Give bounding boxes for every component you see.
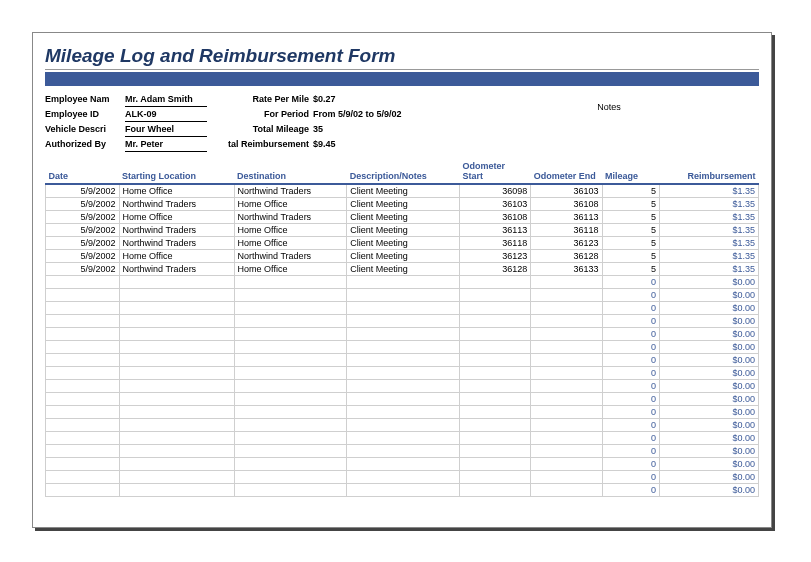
cell-odometer-end[interactable] [531,302,602,315]
cell-odometer-end[interactable] [531,328,602,341]
cell-dest[interactable] [234,289,347,302]
cell-date[interactable] [46,458,120,471]
col-header-dest[interactable]: Destination [234,158,347,184]
cell-date[interactable]: 5/9/2002 [46,198,120,211]
cell-dest[interactable] [234,328,347,341]
cell-dest[interactable]: Northwind Traders [234,211,347,224]
cell-date[interactable] [46,276,120,289]
col-header-mileage[interactable]: Mileage [602,158,660,184]
value-rate[interactable]: $0.27 [313,92,459,107]
cell-start[interactable] [119,367,234,380]
cell-desc[interactable] [347,341,460,354]
cell-dest[interactable] [234,484,347,497]
cell-odometer-end[interactable] [531,484,602,497]
cell-odometer-end[interactable]: 36123 [531,237,602,250]
cell-odometer-end[interactable] [531,276,602,289]
cell-start[interactable] [119,328,234,341]
cell-desc[interactable] [347,328,460,341]
cell-start[interactable] [119,484,234,497]
cell-odometer-end[interactable] [531,367,602,380]
cell-start[interactable] [119,419,234,432]
cell-desc[interactable] [347,406,460,419]
cell-dest[interactable]: Northwind Traders [234,250,347,263]
cell-date[interactable] [46,419,120,432]
cell-dest[interactable] [234,432,347,445]
cell-start[interactable]: Northwind Traders [119,237,234,250]
value-employee-id[interactable]: ALK-09 [125,107,207,122]
cell-odometer-start[interactable]: 36118 [459,237,530,250]
cell-start[interactable]: Northwind Traders [119,263,234,276]
cell-start[interactable]: Home Office [119,250,234,263]
cell-date[interactable] [46,328,120,341]
cell-start[interactable]: Home Office [119,184,234,198]
cell-dest[interactable] [234,419,347,432]
cell-start[interactable] [119,276,234,289]
cell-odometer-start[interactable] [459,484,530,497]
cell-odometer-start[interactable] [459,367,530,380]
cell-start[interactable] [119,289,234,302]
cell-start[interactable] [119,406,234,419]
cell-odometer-start[interactable]: 36128 [459,263,530,276]
cell-date[interactable] [46,406,120,419]
cell-desc[interactable] [347,315,460,328]
cell-odometer-end[interactable] [531,432,602,445]
cell-desc[interactable] [347,432,460,445]
cell-desc[interactable] [347,471,460,484]
cell-odometer-end[interactable] [531,289,602,302]
cell-dest[interactable] [234,302,347,315]
cell-odometer-start[interactable] [459,341,530,354]
value-employee-name[interactable]: Mr. Adam Smith [125,92,207,107]
cell-odometer-start[interactable] [459,458,530,471]
cell-odometer-start[interactable] [459,289,530,302]
cell-dest[interactable] [234,471,347,484]
cell-dest[interactable] [234,406,347,419]
cell-odometer-end[interactable] [531,380,602,393]
cell-desc[interactable] [347,419,460,432]
cell-odometer-start[interactable] [459,302,530,315]
cell-odometer-start[interactable] [459,406,530,419]
cell-date[interactable]: 5/9/2002 [46,211,120,224]
cell-desc[interactable] [347,458,460,471]
cell-start[interactable] [119,471,234,484]
cell-date[interactable] [46,341,120,354]
cell-desc[interactable] [347,380,460,393]
cell-desc[interactable]: Client Meeting [347,211,460,224]
cell-odometer-end[interactable]: 36113 [531,211,602,224]
cell-desc[interactable] [347,289,460,302]
cell-odometer-start[interactable] [459,445,530,458]
col-header-oend[interactable]: Odometer End [531,158,602,184]
cell-date[interactable] [46,432,120,445]
cell-date[interactable]: 5/9/2002 [46,263,120,276]
cell-odometer-start[interactable]: 36103 [459,198,530,211]
value-vehicle-desc[interactable]: Four Wheel [125,122,207,137]
cell-odometer-start[interactable] [459,393,530,406]
col-header-start[interactable]: Starting Location [119,158,234,184]
cell-desc[interactable] [347,445,460,458]
cell-start[interactable] [119,380,234,393]
cell-odometer-end[interactable] [531,445,602,458]
cell-dest[interactable] [234,341,347,354]
cell-odometer-start[interactable] [459,380,530,393]
cell-start[interactable] [119,445,234,458]
cell-odometer-end[interactable]: 36103 [531,184,602,198]
cell-dest[interactable] [234,367,347,380]
cell-desc[interactable] [347,354,460,367]
cell-date[interactable] [46,367,120,380]
cell-desc[interactable] [347,393,460,406]
cell-dest[interactable]: Northwind Traders [234,184,347,198]
cell-dest[interactable]: Home Office [234,263,347,276]
cell-odometer-start[interactable] [459,328,530,341]
cell-odometer-start[interactable]: 36108 [459,211,530,224]
col-header-date[interactable]: Date [46,158,120,184]
cell-odometer-start[interactable]: 36123 [459,250,530,263]
cell-desc[interactable]: Client Meeting [347,250,460,263]
cell-dest[interactable] [234,393,347,406]
cell-start[interactable] [119,315,234,328]
cell-odometer-end[interactable] [531,341,602,354]
cell-start[interactable] [119,302,234,315]
cell-odometer-end[interactable] [531,406,602,419]
cell-odometer-end[interactable]: 36133 [531,263,602,276]
cell-start[interactable]: Home Office [119,211,234,224]
cell-date[interactable] [46,393,120,406]
cell-dest[interactable] [234,276,347,289]
